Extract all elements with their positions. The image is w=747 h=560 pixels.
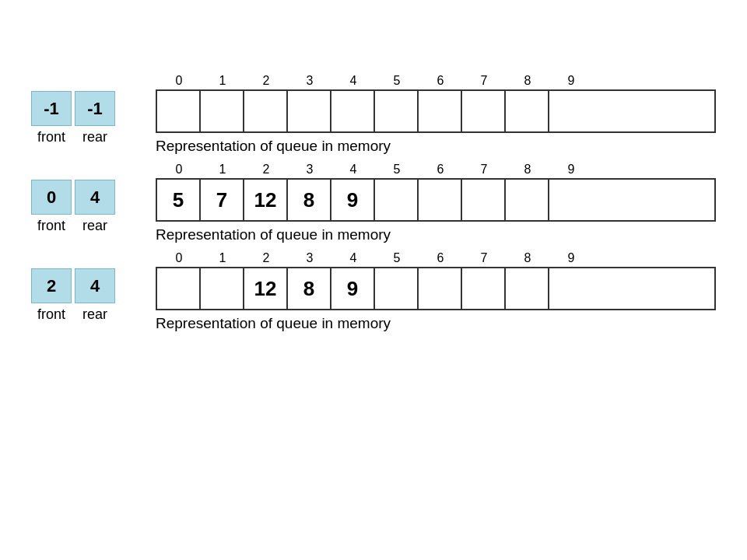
array-cell-2-3: 8: [288, 268, 331, 309]
array-cell-2-8: [506, 268, 549, 309]
rear-label-0: rear: [75, 129, 115, 145]
array-cell-0-4: [331, 91, 375, 131]
array-cell-1-2: 12: [244, 180, 288, 220]
front-box-1: 0: [31, 180, 72, 215]
front-box-0: -1: [31, 91, 72, 126]
array-cell-1-4: 9: [331, 180, 375, 220]
rear-box-2: 4: [75, 268, 115, 303]
index-cell-2-2: 2: [244, 251, 288, 265]
front-box-2: 2: [31, 268, 72, 303]
index-cell-1-6: 6: [419, 163, 462, 177]
index-cell-0-3: 3: [288, 74, 331, 88]
index-cell-0-2: 2: [244, 74, 288, 88]
array-cell-0-1: [201, 91, 244, 131]
diagram-row-2: 24frontrear01234567891289Representation …: [31, 251, 716, 332]
array-cell-0-6: [419, 91, 462, 131]
index-cell-0-8: 8: [506, 74, 549, 88]
index-row-2: 0123456789: [156, 251, 716, 265]
index-cell-2-9: 9: [549, 251, 593, 265]
index-cell-1-2: 2: [244, 163, 288, 177]
left-side-2: 24frontrear: [31, 251, 140, 323]
front-label-2: front: [31, 306, 72, 323]
caption-1: Representation of queue in memory: [156, 226, 716, 243]
left-side-0: -1-1frontrear: [31, 74, 140, 145]
diagram-row-1: 04frontrear0123456789571289Representatio…: [31, 163, 716, 243]
array-cell-0-7: [462, 91, 506, 131]
rear-box-1: 4: [75, 180, 115, 215]
array-cell-0-5: [375, 91, 419, 131]
array-cell-2-7: [462, 268, 506, 309]
diagram-row-0: -1-1frontrear0123456789Representation of…: [31, 74, 716, 155]
index-cell-0-9: 9: [549, 74, 593, 88]
array-row-1: 571289: [156, 178, 716, 222]
array-cell-0-3: [288, 91, 331, 131]
array-cell-0-2: [244, 91, 288, 131]
array-cell-1-8: [506, 180, 549, 220]
index-cell-1-7: 7: [462, 163, 506, 177]
array-cell-1-7: [462, 180, 506, 220]
left-side-1: 04frontrear: [31, 163, 140, 234]
array-cell-2-4: 9: [331, 268, 375, 309]
index-cell-0-6: 6: [419, 74, 462, 88]
index-cell-1-3: 3: [288, 163, 331, 177]
front-label-0: front: [31, 129, 72, 145]
diagrams-area: -1-1frontrear0123456789Representation of…: [31, 74, 716, 340]
array-row-2: 1289: [156, 267, 716, 310]
array-cell-1-9: [549, 180, 593, 220]
array-cell-1-3: 8: [288, 180, 331, 220]
array-cell-2-0: [157, 268, 201, 309]
array-cell-0-8: [506, 91, 549, 131]
array-cell-2-2: 12: [244, 268, 288, 309]
array-cell-0-0: [157, 91, 201, 131]
array-cell-2-6: [419, 268, 462, 309]
index-cell-2-1: 1: [201, 251, 244, 265]
index-cell-2-6: 6: [419, 251, 462, 265]
array-cell-1-0: 5: [157, 180, 201, 220]
array-row-0: [156, 89, 716, 133]
array-cell-2-1: [201, 268, 244, 309]
array-cell-2-5: [375, 268, 419, 309]
array-cell-2-9: [549, 268, 593, 309]
index-cell-2-0: 0: [157, 251, 201, 265]
index-cell-2-5: 5: [375, 251, 419, 265]
index-cell-1-9: 9: [549, 163, 593, 177]
array-cell-1-5: [375, 180, 419, 220]
index-cell-1-0: 0: [157, 163, 201, 177]
right-side-2: 01234567891289Representation of queue in…: [156, 251, 716, 332]
index-cell-1-8: 8: [506, 163, 549, 177]
index-cell-2-8: 8: [506, 251, 549, 265]
index-cell-0-5: 5: [375, 74, 419, 88]
index-cell-2-3: 3: [288, 251, 331, 265]
caption-2: Representation of queue in memory: [156, 315, 716, 332]
rear-label-1: rear: [75, 218, 115, 234]
index-cell-2-7: 7: [462, 251, 506, 265]
index-row-1: 0123456789: [156, 163, 716, 177]
index-cell-0-1: 1: [201, 74, 244, 88]
array-cell-1-6: [419, 180, 462, 220]
caption-0: Representation of queue in memory: [156, 138, 716, 155]
array-cell-0-9: [549, 91, 593, 131]
index-cell-0-4: 4: [331, 74, 375, 88]
rear-box-0: -1: [75, 91, 115, 126]
right-side-0: 0123456789Representation of queue in mem…: [156, 74, 716, 155]
index-cell-0-0: 0: [157, 74, 201, 88]
index-cell-1-1: 1: [201, 163, 244, 177]
front-label-1: front: [31, 218, 72, 234]
index-cell-1-4: 4: [331, 163, 375, 177]
right-side-1: 0123456789571289Representation of queue …: [156, 163, 716, 243]
index-cell-2-4: 4: [331, 251, 375, 265]
index-cell-1-5: 5: [375, 163, 419, 177]
array-cell-1-1: 7: [201, 180, 244, 220]
index-row-0: 0123456789: [156, 74, 716, 88]
page: -1-1frontrear0123456789Representation of…: [0, 0, 747, 560]
rear-label-2: rear: [75, 306, 115, 323]
index-cell-0-7: 7: [462, 74, 506, 88]
